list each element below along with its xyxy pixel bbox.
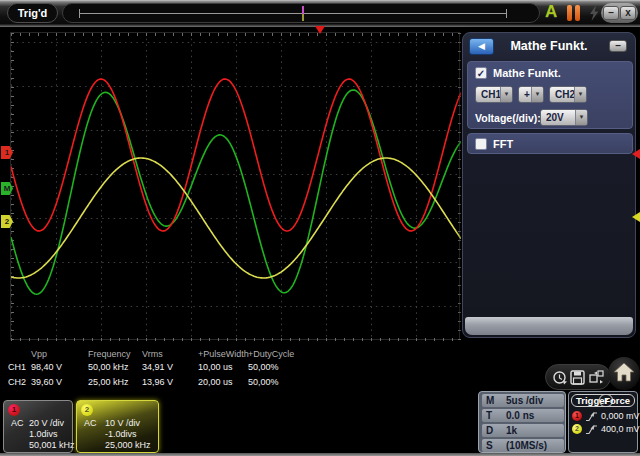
slider-track xyxy=(79,13,507,14)
ch1-trigger-level: 0,000 mV xyxy=(601,411,640,421)
math-section: ✓ Mathe Funkt. CH1 ▼ + ▼ CH2 ▼ Voltage(/… xyxy=(467,61,633,129)
rising-edge-icon xyxy=(585,424,598,435)
timebase-row: T0.0 ns xyxy=(482,409,564,422)
trigger-box: Trigger Force 1 0,000 mV 2 400,0 mV xyxy=(568,391,638,453)
home-button[interactable] xyxy=(608,357,640,390)
ch2-badge: 2 xyxy=(572,424,582,434)
fft-enable-checkbox[interactable] xyxy=(475,138,487,150)
ch2-badge: 2 xyxy=(81,404,93,416)
ch2-position: -1.0divs xyxy=(105,429,137,439)
ch1-badge: 1 xyxy=(8,404,20,416)
ch1-badge: 1 xyxy=(572,411,582,421)
scope-grid-and-traces xyxy=(11,33,461,341)
lightning-icon xyxy=(588,5,600,22)
ch2-frequency: 25,000 kHz xyxy=(105,440,151,450)
chevron-down-icon: ▼ xyxy=(531,87,543,102)
minimize-button[interactable]: – xyxy=(603,6,619,20)
chevron-down-icon: ▼ xyxy=(575,110,587,125)
waveform-display[interactable] xyxy=(10,32,460,340)
operand2-dropdown[interactable]: CH2 ▼ xyxy=(549,86,587,103)
timebase-row: M5us /div xyxy=(482,394,564,407)
snapshot-icon[interactable] xyxy=(588,370,605,385)
timebase-row: D1k xyxy=(482,424,564,437)
chevron-down-icon: ▼ xyxy=(500,87,512,102)
trigger-status-badge: Trig'd xyxy=(7,3,58,23)
pause-icon[interactable] xyxy=(567,5,583,21)
fft-section: FFT xyxy=(467,133,633,154)
home-icon xyxy=(613,363,635,383)
horizontal-position-slider[interactable] xyxy=(62,3,540,23)
fft-label: FFT xyxy=(493,138,513,150)
ch1-position: 1.0divs xyxy=(29,429,58,439)
timebase-row: S(10MS/s) xyxy=(482,439,564,452)
save-icon[interactable] xyxy=(570,370,585,385)
auto-trigger-indicator: A xyxy=(545,2,557,22)
ch1-settings-box[interactable]: 1 AC 20 V /div 1.0divs 50,001 kHz xyxy=(3,400,73,453)
operand1-dropdown[interactable]: CH1 ▼ xyxy=(475,86,513,103)
trigger-position-handle-lower xyxy=(302,14,304,21)
ch1-coupling: AC xyxy=(11,418,24,428)
panel-minimize-button[interactable]: – xyxy=(609,40,627,52)
quick-toolbar xyxy=(545,364,611,390)
timebase-box[interactable]: M5us /div T0.0 ns D1k S(10MS/s) xyxy=(478,391,566,453)
slider-left-tick xyxy=(79,9,80,18)
ch2-scale: 10 V /div xyxy=(105,418,140,428)
slider-right-tick xyxy=(506,9,507,18)
ch1-frequency: 50,001 kHz xyxy=(29,440,75,450)
panel-resize-grip[interactable] xyxy=(465,317,633,335)
operator-dropdown[interactable]: + ▼ xyxy=(518,86,544,103)
chevron-down-icon: ▼ xyxy=(574,87,586,102)
window-buttons: – x xyxy=(601,3,638,23)
ch1-scale: 20 V /div xyxy=(29,418,64,428)
math-function-panel: ◀ Mathe Funkt. – ✓ Mathe Funkt. CH1 ▼ + … xyxy=(462,32,636,338)
rising-edge-icon xyxy=(585,411,598,422)
oscilloscope-app: Trig'd A – x 1 M 2 ◀ Mathe Funkt. – ✓ xyxy=(0,0,640,456)
autoset-icon[interactable] xyxy=(551,369,568,386)
titlebar: Trig'd A – x xyxy=(0,0,640,27)
voltage-div-dropdown[interactable]: 20V ▼ xyxy=(540,109,588,126)
ch2-trigger-level: 400,0 mV xyxy=(601,424,640,434)
force-trigger-button[interactable]: Force xyxy=(599,394,635,407)
close-button[interactable]: x xyxy=(620,6,636,20)
trigger-position-handle[interactable] xyxy=(302,6,304,14)
ch2-coupling: AC xyxy=(84,418,97,428)
voltage-div-label: Voltage(/div): xyxy=(475,112,541,124)
math-enable-label: Mathe Funkt. xyxy=(493,67,561,79)
math-enable-checkbox[interactable]: ✓ xyxy=(475,67,487,79)
trigger-time-marker[interactable] xyxy=(315,26,325,34)
ch2-settings-box[interactable]: 2 AC 10 V /div -1.0divs 25,000 kHz xyxy=(76,400,159,453)
